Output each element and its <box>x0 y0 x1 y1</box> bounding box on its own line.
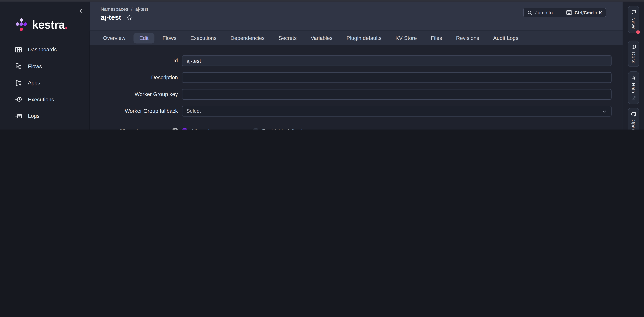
news-button[interactable]: News <box>628 6 639 33</box>
kestra-app: kestra. Dashboards Flows <box>0 0 644 129</box>
description-field[interactable] <box>182 72 612 83</box>
tab-plugin-defaults[interactable]: Plugin defaults <box>341 33 387 43</box>
tab-bar: Overview Edit Flows Executions Dependenc… <box>90 31 623 45</box>
logo-dot: . <box>65 18 68 31</box>
tab-dependencies[interactable]: Dependencies <box>225 33 270 43</box>
keyboard-icon <box>566 10 572 15</box>
window-top-strip <box>0 0 644 2</box>
main-area: Namespaces / aj-test aj-test Jump to... <box>90 2 623 129</box>
worker-group-key-label: Worker Group key <box>90 89 182 100</box>
sidebar-item-label: Logs <box>28 113 40 119</box>
tab-flows[interactable]: Flows <box>157 33 182 43</box>
timeline-clock-icon <box>15 96 22 103</box>
star-outline-icon[interactable] <box>126 15 132 20</box>
flask-icon <box>15 129 22 129</box>
tab-audit-logs[interactable]: Audit Logs <box>487 33 524 43</box>
chevron-left-icon <box>78 8 83 13</box>
id-field[interactable] <box>182 55 612 66</box>
logo-wordmark: kestra <box>32 18 65 31</box>
sidebar: kestra. Dashboards Flows <box>0 2 90 129</box>
tab-revisions[interactable]: Revisions <box>450 33 485 43</box>
radio-allow-all-namespaces[interactable]: Allow all namespaces <box>182 128 242 129</box>
allowed-namespaces-label: Allowed namespaces ? <box>90 125 182 129</box>
tab-overview[interactable]: Overview <box>97 33 131 43</box>
kestra-logo: kestra. <box>14 16 89 34</box>
sidebar-item-apps[interactable]: Apps <box>10 76 79 89</box>
search-icon <box>527 10 532 15</box>
sidebar-item-executions[interactable]: Executions <box>10 92 79 106</box>
search-placeholder: Jump to... <box>535 10 563 15</box>
edit-form: Id Description Worker Group key Worker G… <box>90 45 623 129</box>
tab-variables[interactable]: Variables <box>305 33 338 43</box>
docs-button[interactable]: Docs <box>628 40 639 67</box>
timeline-text-icon <box>15 112 22 120</box>
slack-icon <box>631 75 636 80</box>
page-header: Namespaces / aj-test aj-test Jump to... <box>90 2 623 31</box>
file-tree-icon <box>15 62 22 70</box>
open-an-issue-label: Open an Issue <box>631 119 636 129</box>
tab-executions[interactable]: Executions <box>185 33 222 43</box>
sidebar-item-dashboards[interactable]: Dashboards <box>10 43 79 56</box>
radio-restrict-namespaces[interactable]: Restrict to following namespaces <box>253 128 340 129</box>
right-utility-bar: News Docs Help <box>623 2 644 129</box>
external-link-icon <box>631 96 636 101</box>
docs-label: Docs <box>631 52 636 63</box>
open-an-issue-button[interactable]: Open an Issue <box>628 108 639 129</box>
sidebar-item-tests[interactable]: Tests <box>10 126 79 129</box>
select-value: Select <box>186 108 602 114</box>
tab-secrets[interactable]: Secrets <box>273 33 302 43</box>
message-icon <box>631 9 636 14</box>
sidebar-item-flows[interactable]: Flows <box>10 59 79 73</box>
sidebar-item-label: Executions <box>28 96 54 102</box>
github-icon <box>631 112 636 117</box>
sidebar-item-label: Dashboards <box>28 46 57 53</box>
breadcrumb-separator: / <box>131 6 132 11</box>
help-label: Help <box>631 83 636 93</box>
help-icon[interactable]: ? <box>172 128 178 129</box>
book-open-icon <box>631 44 636 49</box>
breadcrumb-parent[interactable]: Namespaces <box>100 6 128 11</box>
worker-group-fallback-select[interactable]: Select <box>182 106 612 117</box>
news-label: News <box>631 17 636 29</box>
page-title: aj-test <box>100 13 121 22</box>
notification-dot <box>636 30 640 34</box>
breadcrumb-current[interactable]: aj-test <box>135 6 148 11</box>
search-shortcut: Ctrl/Cmd + K <box>574 10 602 15</box>
radio-unselected-icon <box>253 128 259 129</box>
sidebar-item-logs[interactable]: Logs <box>10 109 79 123</box>
tab-kv-store[interactable]: KV Store <box>390 33 422 43</box>
sidebar-item-label: Apps <box>28 80 40 86</box>
help-button[interactable]: Help <box>628 71 639 104</box>
list-plus-icon <box>15 79 22 86</box>
tab-files[interactable]: Files <box>425 33 448 43</box>
sidebar-nav: Dashboards Flows Apps <box>0 43 89 129</box>
kestra-logo-icon <box>14 17 28 33</box>
radio-selected-icon <box>182 128 188 129</box>
sidebar-item-label: Flows <box>28 63 42 69</box>
worker-group-fallback-label: Worker Group fallback <box>90 106 182 117</box>
chevron-down-icon <box>602 109 607 114</box>
search-input[interactable]: Jump to... Ctrl/Cmd + K <box>523 8 606 17</box>
sidebar-collapse-button[interactable] <box>78 7 84 14</box>
tab-edit[interactable]: Edit <box>134 33 154 43</box>
description-field-label: Description <box>90 72 182 83</box>
id-field-label: Id <box>90 55 182 66</box>
view-dashboard-icon <box>15 46 22 53</box>
worker-group-key-field[interactable] <box>182 89 612 100</box>
